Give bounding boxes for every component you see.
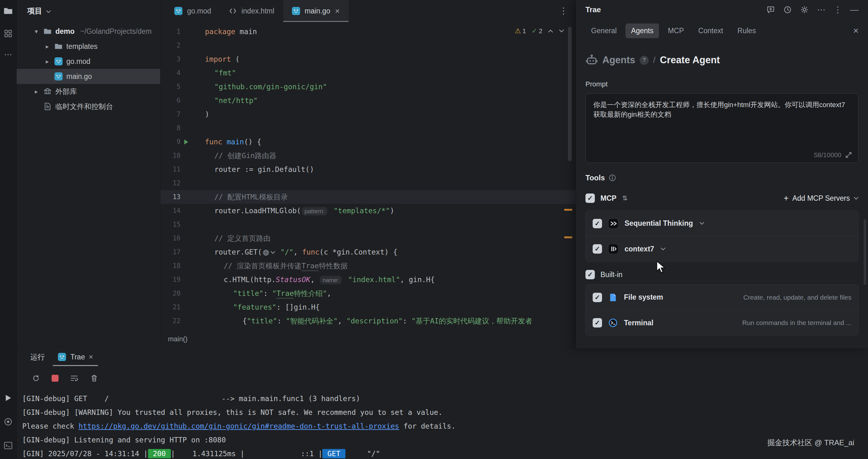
line-number: 18 [160, 259, 189, 273]
debug-tool-icon[interactable] [3, 417, 13, 426]
console-text: [GIN-debug] Listening and serving HTTP o… [22, 436, 226, 444]
tree-item[interactable]: ▸go.mod [17, 54, 160, 69]
structure-tool-icon[interactable] [3, 29, 13, 38]
breadcrumb-item[interactable]: main() [168, 335, 187, 343]
more-icon[interactable]: ⋯ [817, 5, 826, 15]
run-gutter-icon[interactable] [182, 138, 190, 146]
chevron-closed-icon[interactable]: ▸ [43, 43, 51, 50]
line-number: 17 [160, 245, 189, 259]
mcp-server-name: context7 [625, 245, 654, 253]
code-text: "net/http" [189, 94, 257, 107]
minimize-icon[interactable]: — [850, 5, 859, 15]
expand-icon[interactable] [845, 151, 852, 159]
tab-context[interactable]: Context [693, 24, 729, 38]
mcp-server-checkbox[interactable]: ✓ [593, 219, 602, 228]
next-problem-icon[interactable] [559, 29, 564, 33]
close-tab-icon[interactable]: × [335, 6, 340, 16]
history-icon[interactable] [783, 5, 792, 14]
chevron-open-icon[interactable]: ▾ [32, 28, 40, 35]
code-text: // 创建Gin路由器 [189, 149, 276, 163]
breadcrumb-separator: / [653, 55, 655, 65]
add-mcp-servers-button[interactable]: + Add MCP Servers [784, 194, 859, 203]
tab-agents[interactable]: Agents [625, 24, 659, 38]
warnings-indicator[interactable]: ⚠ 1 [515, 27, 526, 35]
breadcrumb-section[interactable]: Agents [602, 55, 635, 66]
mcp-server-row[interactable]: ✓context7 [586, 236, 858, 261]
code-token: "基于AI的实时代码建议，帮助开发者 [411, 317, 533, 325]
tree-item[interactable]: 临时文件和控制台 [17, 99, 160, 114]
builtin-checkbox[interactable]: ✓ [585, 270, 595, 279]
tab-rules[interactable]: Rules [732, 24, 762, 38]
line-number: 19 [160, 273, 189, 286]
builtin-tool-checkbox[interactable]: ✓ [593, 293, 602, 302]
tab-general[interactable]: General [585, 24, 622, 38]
chevron-down-icon[interactable] [699, 222, 704, 225]
run-tool-icon[interactable] [3, 393, 13, 403]
settings-gear-icon[interactable] [800, 5, 809, 14]
tree-item[interactable]: ▾demo~/GolandProjects/dem [17, 24, 160, 39]
code-text: // 渲染首页模板并传递Trae特性数据 [189, 259, 348, 273]
console-output[interactable]: [GIN-debug] GET / --> main.main.func1 (3… [17, 391, 868, 459]
mcp-server-checkbox[interactable]: ✓ [593, 244, 602, 254]
chevron-closed-icon[interactable]: ▸ [43, 58, 51, 65]
info-icon[interactable] [609, 174, 616, 181]
code-text: // 定义首页路由 [189, 231, 271, 245]
builtin-tool-row[interactable]: ✓TerminalRun commands in the terminal an… [586, 310, 858, 335]
chevron-down-icon[interactable] [660, 247, 665, 251]
mcp-checkbox[interactable]: ✓ [585, 194, 595, 203]
console-link[interactable]: https://pkg.go.dev/github.com/gin-gonic/… [79, 422, 399, 430]
editor-menu-kebab-icon[interactable]: ⋮ [559, 6, 568, 16]
console-line: [GIN-debug] GET / --> main.main.func1 (3… [22, 392, 868, 405]
run-tab-trae[interactable]: Trae × [53, 348, 98, 366]
code-token: : []gin.H{ [276, 303, 319, 311]
project-panel-header[interactable]: 项目 [17, 0, 160, 22]
builtin-tool-row[interactable]: ✓File systemCreate, read, update, and de… [586, 285, 858, 310]
kebab-menu-icon[interactable]: ⋮ [834, 5, 842, 15]
code-text: "github.com/gin-gonic/gin" [189, 80, 327, 94]
line-number: 12 [160, 176, 189, 190]
help-icon[interactable]: ? [640, 56, 649, 65]
clear-console-icon[interactable] [90, 374, 99, 382]
tree-item[interactable]: main.go [17, 69, 160, 84]
tree-item-path: ~/GolandProjects/dem [80, 27, 151, 36]
endpoint-globe-icon[interactable] [262, 249, 275, 256]
builtin-section-row: ✓ Built-in [585, 270, 859, 279]
tree-item[interactable]: ▸templates [17, 39, 160, 54]
tab-index-html[interactable]: index.html [220, 0, 283, 22]
inlay-hint: name: [320, 276, 342, 284]
close-panel-icon[interactable]: × [853, 25, 859, 36]
code-token: router.GET( [214, 248, 262, 256]
sort-icon[interactable]: ⇅ [622, 195, 628, 202]
code-token: "net/http" [214, 96, 257, 105]
tab-main-go[interactable]: main.go × [283, 0, 348, 22]
scrollbar-mark [564, 236, 572, 238]
more-tools-icon[interactable]: ⋯ [4, 51, 12, 58]
code-token: "description" [346, 317, 403, 325]
run-tab-label: Trae [70, 353, 85, 361]
new-chat-icon[interactable] [766, 5, 775, 14]
prompt-input[interactable]: 你是一个资深的全栈开发工程师，擅长使用gin+html开发网站。你可以调用con… [585, 93, 859, 163]
line-number: 15 [160, 218, 189, 231]
terminal-tool-icon[interactable] [3, 441, 13, 450]
soft-wrap-icon[interactable] [70, 374, 79, 382]
prev-problem-icon[interactable] [548, 29, 553, 33]
tab-go-mod[interactable]: go.mod [165, 0, 220, 22]
editor-scrollbar[interactable] [568, 27, 572, 161]
inspection-widget[interactable]: ⚠ 1 ✓ 2 [515, 27, 564, 35]
close-run-tab-icon[interactable]: × [89, 352, 93, 361]
project-tool-icon[interactable] [3, 6, 13, 16]
go-icon [55, 72, 63, 81]
tab-mcp[interactable]: MCP [662, 24, 689, 38]
rerun-icon[interactable] [32, 374, 40, 382]
mcp-server-row[interactable]: ✓Sequential Thinking [586, 211, 858, 236]
builtin-tool-checkbox[interactable]: ✓ [593, 318, 602, 327]
run-panel: 运行 Trae × [GIN-debug] GET / --> main.m [17, 347, 868, 459]
chevron-closed-icon[interactable]: ▸ [32, 88, 40, 95]
ok-indicator[interactable]: ✓ 2 [532, 27, 542, 35]
trae-title: Trae [585, 5, 601, 14]
tab-label: index.html [242, 7, 274, 15]
panel-scrollbar[interactable] [864, 219, 866, 285]
stop-icon[interactable] [52, 375, 59, 382]
tree-item[interactable]: ▸外部库 [17, 84, 160, 99]
code-token: (c *gin.Context) { [319, 248, 397, 256]
